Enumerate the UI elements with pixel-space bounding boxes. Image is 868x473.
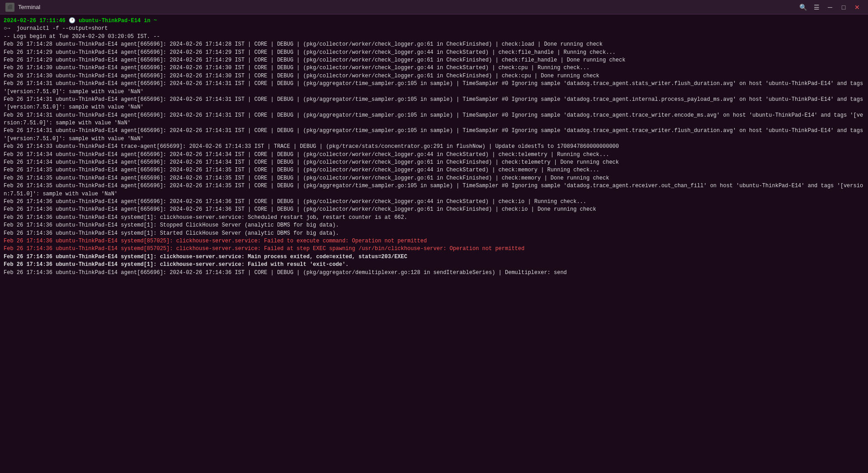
title-bar-left: ⬛ Terminal [5, 3, 40, 12]
log-line: Feb 26 17:14:36 ubuntu-ThinkPad-E14 syst… [4, 222, 864, 229]
prompt-line: 2024-02-26 17:11:46 🕐 ubuntu-ThinkPad-E1… [4, 17, 864, 25]
log-line: Feb 26 17:14:31 ubuntu-ThinkPad-E14 agen… [4, 127, 864, 143]
log-line: Feb 26 17:14:29 ubuntu-ThinkPad-E14 agen… [4, 57, 864, 64]
log-line: Feb 26 17:14:34 ubuntu-ThinkPad-E14 agen… [4, 159, 864, 166]
terminal-body: 2024-02-26 17:11:46 🕐 ubuntu-ThinkPad-E1… [0, 14, 868, 473]
log-line: Feb 26 17:14:35 ubuntu-ThinkPad-E14 agen… [4, 166, 864, 174]
log-line: Feb 26 17:14:36 ubuntu-ThinkPad-E14 syst… [4, 253, 864, 261]
log-line: Feb 26 17:14:35 ubuntu-ThinkPad-E14 agen… [4, 175, 864, 182]
menu-button[interactable]: ☰ [811, 2, 822, 13]
log-line: Feb 26 17:14:31 ubuntu-ThinkPad-E14 agen… [4, 112, 864, 128]
window: ⬛ Terminal 🔍 ☰ ─ □ ✕ 2024-02-26 17:11:46… [0, 0, 868, 473]
log-line: Feb 26 17:14:36 ubuntu-ThinkPad-E14 syst… [4, 230, 864, 237]
prompt-path: ~ [154, 18, 157, 24]
log-line: Feb 26 17:14:31 ubuntu-ThinkPad-E14 agen… [4, 96, 864, 112]
prompt-in: in [144, 18, 150, 24]
log-line: Feb 26 17:14:36 ubuntu-ThinkPad-E14 agen… [4, 269, 864, 277]
search-button[interactable]: 🔍 [797, 2, 808, 13]
maximize-button[interactable]: □ [838, 2, 849, 13]
command-line: ○→ journalctl -f --output=short [4, 25, 864, 33]
log-line: Feb 26 17:14:33 ubuntu-ThinkPad-E14 trac… [4, 143, 864, 151]
log-line: Feb 26 17:14:36 ubuntu-ThinkPad-E14 agen… [4, 206, 864, 213]
title-bar: ⬛ Terminal 🔍 ☰ ─ □ ✕ [0, 0, 868, 14]
log-line: Feb 26 17:14:36 ubuntu-ThinkPad-E14 syst… [4, 245, 864, 253]
prompt-host: ubuntu-ThinkPad-E14 [79, 18, 141, 24]
log-line: Feb 26 17:14:35 ubuntu-ThinkPad-E14 agen… [4, 182, 864, 198]
log-line: Feb 26 17:14:28 ubuntu-ThinkPad-E14 agen… [4, 41, 864, 48]
log-line: Feb 26 17:14:36 ubuntu-ThinkPad-E14 agen… [4, 198, 864, 206]
log-line: Feb 26 17:14:31 ubuntu-ThinkPad-E14 agen… [4, 80, 864, 96]
minimize-button[interactable]: ─ [825, 2, 835, 13]
log-line: Feb 26 17:14:36 ubuntu-ThinkPad-E14 syst… [4, 214, 864, 222]
log-line: -- Logs begin at Tue 2024-02-20 03:20:05… [4, 33, 864, 41]
log-line: Feb 26 17:14:30 ubuntu-ThinkPad-E14 agen… [4, 72, 864, 80]
log-line: Feb 26 17:14:29 ubuntu-ThinkPad-E14 agen… [4, 49, 864, 57]
log-line: Feb 26 17:14:30 ubuntu-ThinkPad-E14 agen… [4, 64, 864, 72]
window-title: Terminal [18, 4, 40, 10]
prompt-datetime: 2024-02-26 17:11:46 [4, 18, 66, 24]
log-line: Feb 26 17:14:36 ubuntu-ThinkPad-E14 syst… [4, 261, 864, 269]
clock-icon: 🕐 [69, 18, 75, 24]
log-line: Feb 26 17:14:34 ubuntu-ThinkPad-E14 agen… [4, 151, 864, 159]
window-controls: 🔍 ☰ ─ □ ✕ [797, 2, 863, 13]
close-button[interactable]: ✕ [852, 2, 863, 13]
terminal-icon: ⬛ [5, 3, 14, 12]
log-container: -- Logs begin at Tue 2024-02-20 03:20:05… [4, 33, 864, 277]
log-line: Feb 26 17:14:36 ubuntu-ThinkPad-E14 syst… [4, 237, 864, 245]
